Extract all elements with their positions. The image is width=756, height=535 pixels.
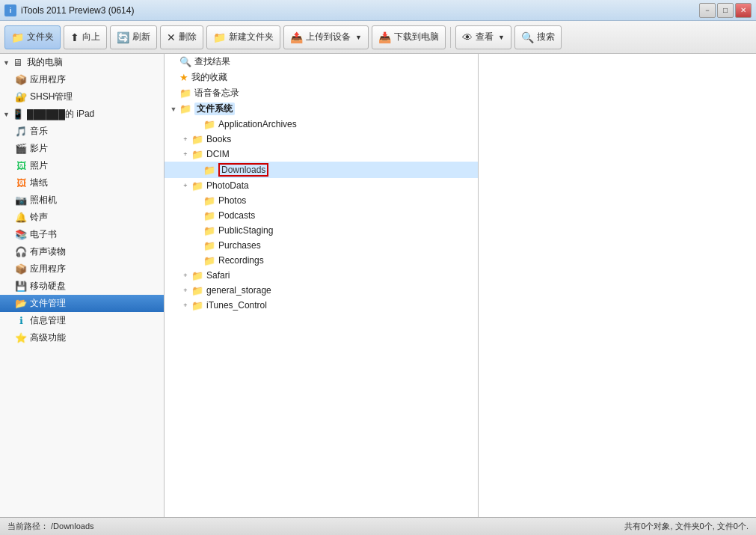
safari-expand-icon: +: [179, 269, 191, 281]
sidebar-device[interactable]: ▼ 📱 ██████ 的 iPad: [0, 106, 164, 123]
toolbar-download-button[interactable]: 📥 下载到电脑: [372, 25, 446, 49]
sidebar-my-computer-label: 我的电脑: [27, 56, 63, 69]
sidebar-item-filemanage-label: 文件管理: [30, 297, 66, 310]
tree-item-publicstaging[interactable]: 📁 PublicStaging: [165, 223, 478, 238]
toolbar-refresh-button[interactable]: 🔄 刷新: [110, 25, 157, 49]
tree-item-downloads[interactable]: 📁 Downloads: [165, 162, 478, 178]
sidebar-item-audiobook[interactable]: 🎧 有声读物: [0, 243, 164, 260]
tree-item-general-storage[interactable]: + 📁 general_storage: [165, 283, 478, 298]
itunes-control-folder-icon: 📁: [191, 300, 203, 311]
video-icon: 🎬: [15, 143, 27, 155]
sidebar-item-music[interactable]: 🎵 音乐: [0, 123, 164, 140]
toolbar-up-label: 向上: [82, 31, 100, 43]
music-icon: 🎵: [15, 126, 27, 138]
star-icon: ★: [179, 72, 188, 83]
main-area: ▼ 🖥 我的电脑 📦 应用程序 🔐 SHSH管理 ▼ 📱 ██████ 的 iP…: [0, 54, 756, 517]
upload-arrow-icon: ▼: [355, 34, 362, 41]
apps-icon: 📦: [15, 74, 27, 86]
apparchives-folder-icon: 📁: [203, 119, 215, 130]
sidebar-item-camera[interactable]: 📷 照相机: [0, 192, 164, 209]
sidebar-item-apps[interactable]: 📦 应用程序: [0, 71, 164, 88]
search-icon: 🔍: [521, 31, 534, 43]
tree-item-purchases[interactable]: 📁 Purchases: [165, 238, 478, 253]
tree-item-books[interactable]: + 📁 Books: [165, 132, 478, 147]
sidebar-item-advanced[interactable]: ⭐ 高级功能: [0, 329, 164, 346]
tree-item-apparchives[interactable]: 📁 ApplicationArchives: [165, 117, 478, 132]
sidebar-item-ringtone[interactable]: 🔔 铃声: [0, 209, 164, 226]
recordings-expand-icon: [191, 254, 203, 266]
toolbar-delete-label: 删除: [179, 31, 197, 43]
title-left: i iTools 2011 Preview3 (0614): [4, 4, 134, 16]
right-panel: [479, 54, 756, 517]
tree-item-safari-label: Safari: [206, 270, 230, 281]
search-result-icon: 🔍: [179, 56, 191, 67]
tree-item-itunes-control[interactable]: + 📁 iTunes_Control: [165, 298, 478, 313]
sidebar-item-infomanage[interactable]: ℹ 信息管理: [0, 312, 164, 329]
device-icon: 📱: [12, 108, 24, 120]
close-button[interactable]: ✕: [735, 3, 752, 18]
sidebar-item-photo[interactable]: 🖼 照片: [0, 157, 164, 174]
toolbar-newfolder-button[interactable]: 📁 新建文件夹: [206, 25, 280, 49]
delete-icon: ✕: [167, 31, 176, 43]
audiobook-icon: 🎧: [15, 246, 27, 258]
up-icon: ⬆: [70, 31, 79, 43]
folder-icon: 📁: [11, 31, 24, 43]
tree-item-photos[interactable]: 📁 Photos: [165, 193, 478, 208]
tree-item-photos-label: Photos: [218, 195, 246, 206]
refresh-icon: 🔄: [117, 31, 129, 43]
sidebar-item-photo-label: 照片: [30, 159, 48, 172]
toolbar-upload-label: 上传到设备: [306, 31, 351, 43]
sidebar-item-shsh-label: SHSH管理: [30, 91, 73, 103]
toolbar-search-button[interactable]: 🔍 搜索: [514, 25, 562, 49]
sidebar-item-appstore[interactable]: 📦 应用程序: [0, 260, 164, 278]
file-tree-panel: 🔍 查找结果 ★ 我的收藏 📁 语音备忘录 ▼: [165, 54, 479, 517]
toolbar-search-label: 搜索: [537, 31, 555, 43]
tree-item-favorites[interactable]: ★ 我的收藏: [165, 70, 478, 85]
sidebar-item-wallpaper-label: 墙纸: [30, 177, 48, 189]
apparchives-expand-icon: [191, 118, 203, 130]
sidebar-item-filemanage[interactable]: 📂 文件管理: [0, 295, 164, 312]
itunes-control-expand-icon: +: [179, 299, 191, 311]
maximize-button[interactable]: □: [717, 3, 734, 18]
photodata-folder-icon: 📁: [191, 180, 203, 192]
view-arrow-icon: ▼: [498, 34, 505, 41]
tree-item-photodata[interactable]: + 📁 PhotoData: [165, 178, 478, 193]
sidebar-item-ebook[interactable]: 📚 电子书: [0, 226, 164, 243]
tree-item-search-result[interactable]: 🔍 查找结果: [165, 54, 478, 70]
status-path: 当前路径： /Downloads: [7, 521, 94, 532]
tree-item-voice-memo[interactable]: 📁 语音备忘录: [165, 85, 478, 101]
toolbar-upload-button[interactable]: 📤 上传到设备 ▼: [283, 25, 369, 49]
general-storage-expand-icon: +: [179, 284, 191, 296]
toolbar-delete-button[interactable]: ✕ 删除: [160, 25, 203, 49]
toolbar-download-label: 下载到电脑: [394, 31, 439, 43]
toolbar-view-button[interactable]: 👁 查看 ▼: [455, 25, 511, 49]
toolbar: 📁 文件夹 ⬆ 向上 🔄 刷新 ✕ 删除 📁 新建文件夹 📤 上传到设备 ▼ 📥…: [0, 21, 756, 54]
tree-item-recordings[interactable]: 📁 Recordings: [165, 253, 478, 268]
sidebar-item-wallpaper[interactable]: 🖼 墙纸: [0, 174, 164, 192]
toolbar-files-button[interactable]: 📁 文件夹: [4, 25, 61, 49]
sidebar-item-shsh[interactable]: 🔐 SHSH管理: [0, 88, 164, 106]
toolbar-separator: [450, 27, 451, 48]
tree-item-filesystem-label: 文件系统: [194, 103, 235, 115]
window-title: iTools 2011 Preview3 (0614): [21, 5, 134, 16]
general-storage-folder-icon: 📁: [191, 285, 203, 296]
books-folder-icon: 📁: [191, 134, 203, 145]
tree-item-search-result-label: 查找结果: [194, 55, 230, 68]
dcim-folder-icon: 📁: [191, 149, 203, 160]
shsh-icon: 🔐: [15, 91, 27, 103]
tree-item-apparchives-label: ApplicationArchives: [218, 119, 297, 129]
toolbar-newfolder-label: 新建文件夹: [229, 31, 274, 43]
sidebar-my-computer[interactable]: ▼ 🖥 我的电脑: [0, 54, 164, 71]
toolbar-up-button[interactable]: ⬆ 向上: [64, 25, 107, 49]
sidebar-item-appstore-label: 应用程序: [30, 263, 66, 275]
sidebar-item-video[interactable]: 🎬 影片: [0, 140, 164, 157]
tree-item-safari[interactable]: + 📁 Safari: [165, 268, 478, 283]
tree-item-filesystem[interactable]: ▼ 📁 文件系统: [165, 101, 478, 117]
voice-expand-icon: [168, 88, 179, 100]
tree-item-podcasts[interactable]: 📁 Podcasts: [165, 208, 478, 223]
sidebar-item-drive[interactable]: 💾 移动硬盘: [0, 278, 164, 295]
search-expand-icon: [168, 56, 179, 68]
toolbar-refresh-label: 刷新: [132, 31, 150, 43]
minimize-button[interactable]: －: [699, 3, 716, 18]
tree-item-dcim[interactable]: + 📁 DCIM: [165, 147, 478, 162]
